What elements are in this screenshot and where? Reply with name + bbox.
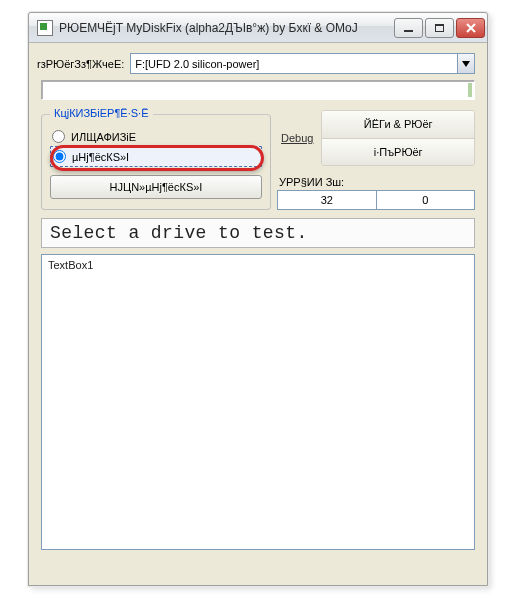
options-group: КцјКИЗБіЕР¶Ё·Ѕ·Ё ИЛЩАФИЗіЕ µНј¶ёсКЅ»І НЈ… bbox=[41, 114, 271, 210]
app-icon bbox=[37, 20, 53, 36]
undo-fix-label: і·ПъРЮёг bbox=[374, 146, 423, 158]
radio-input-2[interactable] bbox=[53, 150, 66, 163]
log-textarea[interactable]: TextBox1 bbox=[41, 254, 475, 550]
scan-fix-label: ЙЁГи & РЮёг bbox=[364, 118, 433, 130]
chevron-down-icon bbox=[462, 61, 470, 67]
close-icon bbox=[466, 23, 476, 33]
radio-label-1: ИЛЩАФИЗіЕ bbox=[71, 131, 136, 143]
undo-fix-button[interactable]: і·ПъРЮёг bbox=[322, 139, 474, 166]
titlebar[interactable]: РЮЕМЧЁјТ MyDiskFix (alpha2ДЪІв°ж) by Бхк… bbox=[29, 13, 487, 43]
window-title: РЮЕМЧЁјТ MyDiskFix (alpha2ДЪІв°ж) by Бхк… bbox=[59, 21, 394, 35]
stat-cell-1: 32 bbox=[277, 190, 377, 210]
action-button-stack: ЙЁГи & РЮёг і·ПъРЮёг bbox=[321, 110, 475, 166]
status-message: Select a drive to test. bbox=[41, 218, 475, 248]
right-column: Debug ЙЁГи & РЮёг і·ПъРЮёг УРР§ИИ Зш: bbox=[277, 108, 475, 210]
debug-row: Debug ЙЁГи & РЮёг і·ПъРЮёг bbox=[277, 110, 475, 166]
drive-combo-value: F:[UFD 2.0 silicon-power] bbox=[131, 58, 263, 70]
maximize-button[interactable] bbox=[425, 18, 454, 38]
app-window: РЮЕМЧЁјТ MyDiskFix (alpha2ДЪІв°ж) by Бхк… bbox=[28, 12, 488, 586]
stat-label: УРР§ИИ Зш: bbox=[279, 176, 475, 188]
radio-label-2: µНј¶ёсКЅ»І bbox=[72, 151, 129, 163]
close-button[interactable] bbox=[456, 18, 485, 38]
group-action-button[interactable]: НЈЦN»µНј¶ёсКЅ»І bbox=[50, 175, 262, 199]
radio-option-1[interactable]: ИЛЩАФИЗіЕ bbox=[50, 127, 262, 146]
radio-option-2[interactable]: µНј¶ёсКЅ»І bbox=[50, 146, 262, 167]
drive-label: rзРЮёгЗз¶ЖчеЕ: bbox=[37, 58, 124, 70]
drive-combo[interactable]: F:[UFD 2.0 silicon-power] bbox=[130, 53, 475, 74]
scan-fix-button[interactable]: ЙЁГи & РЮёг bbox=[322, 111, 474, 139]
log-content: TextBox1 bbox=[48, 259, 93, 271]
drive-combo-button[interactable] bbox=[457, 54, 474, 73]
minimize-button[interactable] bbox=[394, 18, 423, 38]
stat-cell-2: 0 bbox=[377, 190, 476, 210]
progress-bar bbox=[41, 80, 475, 100]
window-controls bbox=[394, 18, 485, 38]
radio-input-1[interactable] bbox=[52, 130, 65, 143]
progress-segment bbox=[468, 83, 472, 97]
drive-row: rзРЮёгЗз¶ЖчеЕ: F:[UFD 2.0 silicon-power] bbox=[37, 53, 475, 74]
debug-link[interactable]: Debug bbox=[277, 110, 317, 166]
client-area: rзРЮёгЗз¶ЖчеЕ: F:[UFD 2.0 silicon-power]… bbox=[35, 49, 481, 579]
stat-row: 32 0 bbox=[277, 190, 475, 210]
main-row: КцјКИЗБіЕР¶Ё·Ѕ·Ё ИЛЩАФИЗіЕ µНј¶ёсКЅ»І НЈ… bbox=[35, 108, 481, 210]
group-title: КцјКИЗБіЕР¶Ё·Ѕ·Ё bbox=[50, 107, 153, 119]
group-action-label: НЈЦN»µНј¶ёсКЅ»І bbox=[110, 181, 203, 193]
